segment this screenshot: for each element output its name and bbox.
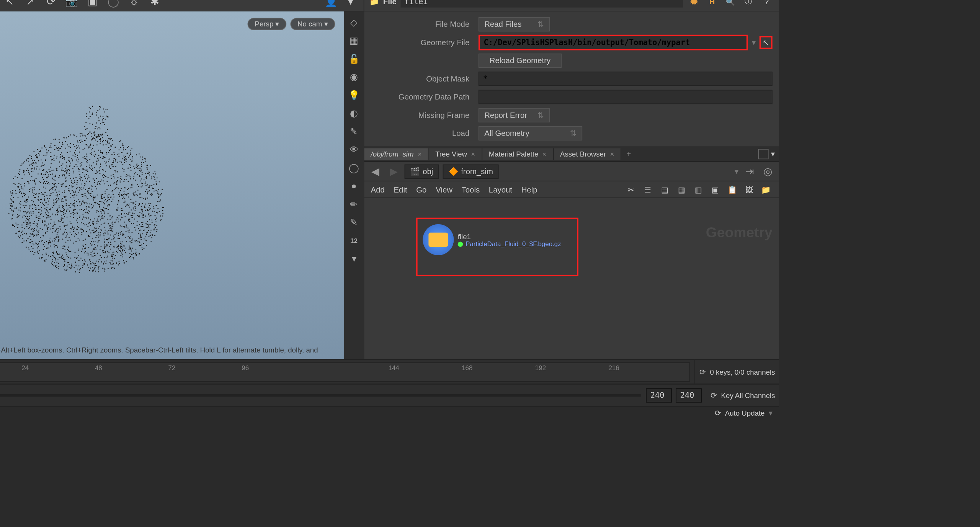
frame-tool-icon[interactable]: ▣ bbox=[85, 0, 100, 9]
chevron-down-icon[interactable]: ▾ bbox=[735, 167, 738, 176]
net-tool-icon[interactable]: ▤ bbox=[658, 183, 671, 196]
rt-icon[interactable]: ✏ bbox=[347, 197, 361, 211]
nav-back[interactable]: ◀ bbox=[368, 164, 382, 178]
svg-point-575 bbox=[119, 161, 121, 162]
object-mask-input[interactable] bbox=[479, 72, 773, 86]
net-view[interactable]: View bbox=[436, 185, 452, 194]
net-tool-icon[interactable]: ▥ bbox=[692, 183, 705, 196]
link-icon[interactable]: ◎ bbox=[761, 164, 775, 178]
rt-icon[interactable]: ◯ bbox=[347, 161, 361, 175]
gear-icon[interactable]: ✱ bbox=[147, 0, 163, 9]
help-icon[interactable]: ? bbox=[760, 0, 774, 8]
info-icon[interactable]: ⓘ bbox=[741, 0, 755, 8]
svg-point-601 bbox=[86, 196, 87, 197]
pane-max-icon[interactable] bbox=[758, 148, 768, 159]
gear-icon[interactable]: ✹ bbox=[687, 0, 701, 8]
reload-geometry-button[interactable]: Reload Geometry bbox=[479, 54, 562, 68]
net-tool-icon[interactable]: 📋 bbox=[726, 183, 739, 196]
key-all-button[interactable]: Key All Channels bbox=[721, 391, 775, 399]
node-file1[interactable]: file1 ParticleData_Fluid_0_$F.bgeo.gz bbox=[423, 224, 572, 255]
range-slider[interactable] bbox=[0, 394, 640, 396]
net-layout[interactable]: Layout bbox=[489, 185, 512, 194]
path-level[interactable]: 🎬 obj bbox=[405, 164, 439, 178]
persp-pill[interactable]: Persp ▾ bbox=[248, 18, 286, 30]
rt-icon[interactable]: ◉ bbox=[347, 70, 361, 84]
file-browse-button[interactable]: ↖ bbox=[760, 36, 773, 49]
svg-point-1511 bbox=[10, 191, 11, 193]
shading-icon[interactable]: ◇ bbox=[347, 15, 361, 29]
load-dropdown[interactable]: All Geometry⇅ bbox=[479, 126, 582, 140]
op-name-field[interactable]: file1 bbox=[400, 0, 683, 7]
net-tool-icon[interactable]: ✂ bbox=[624, 183, 637, 196]
pane-menu-icon[interactable]: ▾ bbox=[771, 149, 775, 158]
chevron-down-icon[interactable]: ▾ bbox=[769, 408, 773, 417]
net-edit[interactable]: Edit bbox=[394, 185, 407, 194]
svg-point-693 bbox=[114, 189, 115, 190]
rt-icon[interactable]: ◐ bbox=[347, 106, 361, 120]
record-icon[interactable]: ◯ bbox=[106, 0, 121, 9]
tab-obj-path[interactable]: /obj/from_sim× bbox=[364, 148, 429, 160]
net-tool-icon[interactable]: 🖼 bbox=[743, 183, 756, 196]
net-tools[interactable]: Tools bbox=[462, 185, 480, 194]
tab-add[interactable]: + bbox=[621, 147, 636, 160]
net-tool-icon[interactable]: ☰ bbox=[641, 183, 654, 196]
net-tool-icon[interactable]: ▣ bbox=[709, 183, 722, 196]
tab-asset-browser[interactable]: Asset Browser× bbox=[554, 148, 621, 160]
rt-icon[interactable]: ✎ bbox=[347, 215, 361, 229]
nav-fwd[interactable]: ▶ bbox=[386, 164, 400, 178]
network-canvas[interactable]: Geometry file1 ParticleData_Fluid_0_$F.b… bbox=[364, 198, 779, 368]
svg-point-2145 bbox=[100, 163, 101, 165]
svg-point-1194 bbox=[115, 147, 116, 148]
global-end-field[interactable]: 240 bbox=[676, 388, 702, 402]
svg-point-2103 bbox=[57, 209, 58, 210]
file-mode-dropdown[interactable]: Read Files⇅ bbox=[479, 17, 550, 31]
net-go[interactable]: Go bbox=[416, 185, 426, 194]
rotate-tool-icon[interactable]: ⟳ bbox=[43, 0, 59, 9]
h-icon[interactable]: H bbox=[705, 0, 719, 8]
net-help[interactable]: Help bbox=[521, 185, 537, 194]
chevron-down-icon[interactable]: ▾ bbox=[752, 38, 756, 47]
tab-material-palette[interactable]: Material Palette× bbox=[482, 148, 554, 160]
select-tool2-icon[interactable]: ↗ bbox=[23, 0, 38, 9]
rt-icon[interactable]: ✎ bbox=[347, 124, 361, 139]
net-tool-icon[interactable]: ▦ bbox=[675, 183, 688, 196]
svg-point-2199 bbox=[122, 145, 124, 146]
pin-icon[interactable]: ⇥ bbox=[743, 164, 757, 178]
path-current[interactable]: 🔶 from_sim bbox=[443, 164, 499, 178]
close-icon[interactable]: × bbox=[542, 150, 547, 158]
rt-icon[interactable]: ● bbox=[347, 179, 361, 193]
light-tool-icon[interactable]: ☼ bbox=[126, 0, 142, 9]
svg-point-178 bbox=[147, 167, 148, 168]
snap-icon[interactable]: 👤 bbox=[323, 0, 339, 9]
timeline-ruler[interactable]: 1 24 48 72 96 144 168 192 216 bbox=[0, 362, 690, 382]
rt-icon[interactable]: 💡 bbox=[347, 88, 361, 102]
display-flag-icon[interactable] bbox=[458, 241, 463, 247]
rt-number[interactable]: 12 bbox=[347, 233, 361, 247]
viewport-canvas[interactable]: Persp ▾ No cam ▾ Left mouse tumbles. Mid… bbox=[0, 11, 344, 368]
auto-update-label[interactable]: Auto Update bbox=[725, 409, 765, 416]
display-opts-icon[interactable]: ▾ bbox=[343, 0, 359, 9]
select-tool-icon[interactable]: ↖ bbox=[2, 0, 17, 9]
close-icon[interactable]: × bbox=[418, 150, 422, 158]
close-icon[interactable]: × bbox=[471, 150, 475, 158]
keys-icon[interactable]: ⟳ bbox=[699, 367, 706, 376]
tab-tree-view[interactable]: Tree View× bbox=[429, 148, 482, 160]
net-add[interactable]: Add bbox=[371, 185, 385, 194]
svg-point-1800 bbox=[75, 241, 77, 242]
close-icon[interactable]: × bbox=[610, 150, 614, 158]
rt-icon[interactable]: 🔓 bbox=[347, 52, 361, 66]
auto-update-icon[interactable]: ⟳ bbox=[715, 408, 721, 417]
rt-icon[interactable]: ▦ bbox=[347, 33, 361, 47]
camera-tool-icon[interactable]: 📷 bbox=[64, 0, 80, 9]
range-end-field[interactable]: 240 bbox=[646, 388, 672, 402]
geometry-file-input[interactable] bbox=[479, 35, 748, 51]
camera-pill[interactable]: No cam ▾ bbox=[290, 18, 335, 30]
missing-frame-dropdown[interactable]: Report Error⇅ bbox=[479, 108, 550, 122]
rt-icon[interactable]: 👁 bbox=[347, 142, 361, 157]
key-all-icon[interactable]: ⟳ bbox=[710, 390, 717, 400]
geo-data-path-input[interactable] bbox=[479, 90, 773, 104]
rt-icon[interactable]: ▾ bbox=[347, 251, 361, 266]
net-tool-icon[interactable]: 📁 bbox=[760, 183, 773, 196]
svg-point-392 bbox=[160, 219, 162, 220]
search-icon[interactable]: 🔍 bbox=[723, 0, 737, 8]
